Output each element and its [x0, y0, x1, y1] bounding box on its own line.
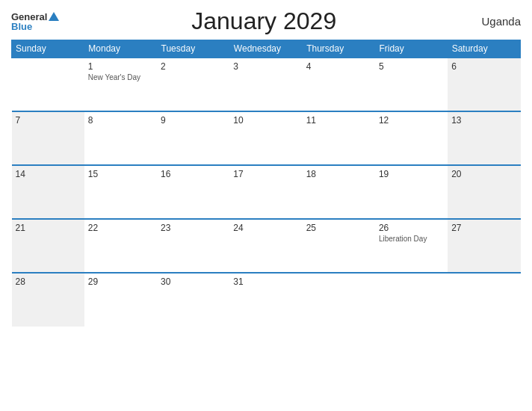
- calendar-cell: 7: [12, 111, 84, 165]
- day-number: 29: [88, 276, 153, 287]
- calendar-cell: 9: [157, 111, 229, 165]
- day-number: 13: [451, 115, 516, 126]
- day-number: 14: [16, 169, 81, 179]
- calendar-cell: 12: [375, 111, 448, 165]
- weekday-header: Sunday: [12, 40, 84, 58]
- day-number: 20: [451, 169, 516, 179]
- day-number: 16: [161, 169, 226, 179]
- calendar-cell: [448, 273, 520, 327]
- day-number: 11: [306, 115, 371, 126]
- calendar-cell: 31: [229, 273, 302, 327]
- day-number: 27: [451, 223, 516, 233]
- calendar-week-row: 1New Year's Day23456: [12, 58, 521, 111]
- calendar-cell: 29: [84, 273, 157, 327]
- day-number: 22: [88, 223, 153, 233]
- day-number: 31: [233, 276, 298, 287]
- calendar-cell: 15: [84, 165, 157, 219]
- calendar-week-row: 212223242526Liberation Day27: [12, 219, 521, 273]
- calendar-body: 1New Year's Day2345678910111213141516171…: [12, 58, 521, 327]
- calendar-cell: 18: [303, 165, 375, 219]
- calendar-cell: 10: [229, 111, 302, 165]
- calendar-cell: 3: [229, 58, 302, 111]
- calendar-cell: 21: [12, 219, 84, 273]
- calendar-page: General Blue January 2029 Uganda SundayM…: [0, 0, 532, 411]
- day-number: 5: [379, 61, 444, 72]
- day-number: 7: [16, 115, 81, 126]
- logo: General Blue: [11, 12, 59, 31]
- weekday-header: Tuesday: [157, 40, 229, 58]
- day-number: 30: [161, 276, 226, 287]
- day-number: 3: [233, 61, 298, 72]
- weekday-header: Wednesday: [229, 40, 302, 58]
- day-number: 4: [306, 61, 371, 72]
- calendar-cell: 11: [303, 111, 375, 165]
- calendar-cell: 5: [375, 58, 448, 111]
- day-number: 21: [16, 223, 81, 233]
- day-number: 25: [306, 223, 371, 233]
- calendar-cell: [12, 58, 84, 111]
- calendar-cell: 23: [157, 219, 229, 273]
- calendar-cell: [303, 273, 375, 327]
- weekday-header: Thursday: [303, 40, 375, 58]
- day-number: 24: [233, 223, 298, 233]
- weekday-header: Friday: [375, 40, 448, 58]
- logo-general-text: General: [11, 12, 47, 22]
- day-number: 12: [379, 115, 444, 126]
- weekday-header: Monday: [84, 40, 157, 58]
- header: General Blue January 2029 Uganda: [11, 7, 521, 35]
- day-number: 19: [379, 169, 444, 179]
- calendar-cell: 16: [157, 165, 229, 219]
- day-number: 9: [161, 115, 226, 126]
- day-number: 15: [88, 169, 153, 179]
- month-title: January 2029: [59, 7, 468, 35]
- day-number: 1: [88, 61, 153, 72]
- calendar-cell: 27: [448, 219, 520, 273]
- day-number: 10: [233, 115, 298, 126]
- day-number: 6: [451, 61, 516, 72]
- calendar-cell: 6: [448, 58, 520, 111]
- calendar-cell: [375, 273, 448, 327]
- day-number: 17: [233, 169, 298, 179]
- calendar-cell: 25: [303, 219, 375, 273]
- logo-blue-text: Blue: [11, 22, 32, 31]
- holiday-label: Liberation Day: [379, 235, 444, 243]
- calendar-cell: 22: [84, 219, 157, 273]
- country-label: Uganda: [468, 15, 521, 28]
- calendar-table: SundayMondayTuesdayWednesdayThursdayFrid…: [11, 40, 521, 327]
- calendar-cell: 19: [375, 165, 448, 219]
- calendar-cell: 26Liberation Day: [375, 219, 448, 273]
- calendar-header: SundayMondayTuesdayWednesdayThursdayFrid…: [12, 40, 521, 58]
- logo-triangle-icon: [49, 12, 59, 21]
- calendar-cell: 24: [229, 219, 302, 273]
- calendar-cell: 4: [303, 58, 375, 111]
- calendar-cell: 20: [448, 165, 520, 219]
- calendar-week-row: 78910111213: [12, 111, 521, 165]
- weekday-header: Saturday: [448, 40, 520, 58]
- day-number: 2: [161, 61, 226, 72]
- calendar-cell: 14: [12, 165, 84, 219]
- holiday-label: New Year's Day: [88, 73, 153, 81]
- calendar-cell: 13: [448, 111, 520, 165]
- calendar-cell: 28: [12, 273, 84, 327]
- day-number: 23: [161, 223, 226, 233]
- day-number: 8: [88, 115, 153, 126]
- calendar-cell: 2: [157, 58, 229, 111]
- weekday-row: SundayMondayTuesdayWednesdayThursdayFrid…: [12, 40, 521, 58]
- day-number: 18: [306, 169, 371, 179]
- calendar-cell: 30: [157, 273, 229, 327]
- calendar-cell: 17: [229, 165, 302, 219]
- calendar-week-row: 28293031: [12, 273, 521, 327]
- day-number: 28: [16, 276, 81, 287]
- calendar-week-row: 14151617181920: [12, 165, 521, 219]
- calendar-cell: 8: [84, 111, 157, 165]
- calendar-cell: 1New Year's Day: [84, 58, 157, 111]
- day-number: 26: [379, 223, 444, 233]
